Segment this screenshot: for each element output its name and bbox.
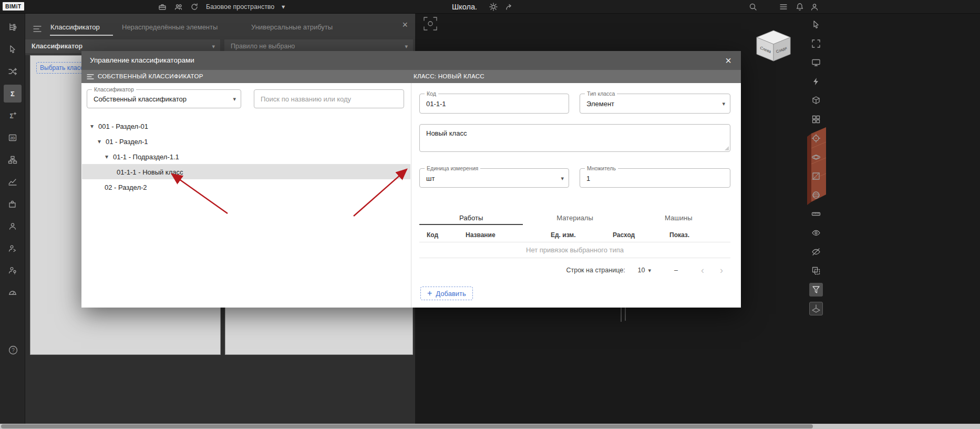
sum-add-icon[interactable]: Σ: [8, 111, 17, 120]
menu-icon[interactable]: [779, 2, 788, 12]
rt-frame-icon[interactable]: [809, 37, 823, 50]
nav-cube[interactable]: Слева Сзади: [755, 29, 792, 63]
class-name-textarea[interactable]: Новый класс: [419, 124, 730, 152]
user-icon[interactable]: [8, 221, 17, 231]
col-header-code: Код: [427, 228, 438, 242]
chevron-down-icon: ▾: [561, 175, 564, 181]
rt-ruler-icon[interactable]: [809, 207, 823, 221]
rt-grid-icon[interactable]: [809, 113, 823, 126]
left-section-header: СОБСТВЕННЫЙ КЛАССИФИКАТОР: [98, 70, 203, 83]
help-icon[interactable]: ?: [8, 345, 18, 355]
rows-per-page-select[interactable]: 10: [638, 267, 645, 274]
empty-state-text: Нет привязок выбранного типа: [419, 242, 730, 258]
rt-eye-off-icon[interactable]: [809, 245, 823, 259]
chevron-down-icon: ▾: [233, 96, 236, 103]
model-lines: [618, 305, 628, 323]
project-title: Школа.: [452, 0, 477, 14]
add-binding-button[interactable]: + Добавить: [420, 287, 473, 300]
user-location-icon[interactable]: [8, 265, 17, 275]
horizontal-scrollbar[interactable]: [0, 424, 980, 429]
active-tab-underline: [50, 35, 113, 36]
app-logo: BIMiT: [3, 2, 24, 11]
rt-clip-plane-icon[interactable]: [809, 302, 823, 315]
classifier-panel-header: Классификатор Нераспределённые элементы …: [25, 14, 415, 55]
svg-text:Σ: Σ: [9, 113, 13, 120]
structure-tree-icon[interactable]: [8, 23, 17, 32]
rt-fit-screen-icon[interactable]: [809, 56, 823, 69]
connections-icon[interactable]: [8, 67, 17, 76]
rt-orbit-icon[interactable]: [809, 150, 823, 164]
svg-text:?: ?: [12, 348, 15, 353]
multiplier-field[interactable]: Множитель 1: [580, 168, 730, 188]
panel-menu-icon[interactable]: [33, 24, 42, 34]
sum-tool-active[interactable]: Σ: [4, 85, 22, 103]
prev-page-icon[interactable]: ‹: [701, 265, 704, 275]
code-field[interactable]: Код 01-1-1: [419, 94, 569, 114]
rt-select-icon[interactable]: [809, 18, 823, 32]
caret-down-icon[interactable]: ▾: [105, 153, 108, 160]
dialog-close-icon[interactable]: ×: [720, 51, 737, 70]
chevron-down-icon[interactable]: ▾: [282, 0, 285, 14]
workspace-selector[interactable]: Базовое пространство: [206, 0, 274, 14]
rt-transparency-icon[interactable]: [809, 264, 823, 278]
view-2d-icon[interactable]: 2D: [8, 133, 17, 142]
tab-materials[interactable]: Материалы: [523, 212, 626, 225]
rt-flash-icon[interactable]: [809, 75, 823, 88]
tab-classifier[interactable]: Классификатор: [50, 23, 100, 31]
col-header-consumption: Расход: [613, 228, 635, 242]
tab-machines[interactable]: Машины: [627, 212, 730, 225]
panel-close-icon[interactable]: ×: [402, 20, 408, 29]
plugins-icon[interactable]: [8, 199, 17, 209]
dialog-titlebar: Управление классификаторами ×: [81, 51, 741, 70]
rt-target-icon[interactable]: [809, 131, 823, 145]
col-header-unit: Ед. изм.: [551, 228, 576, 242]
chevron-down-icon: ▾: [722, 100, 725, 107]
tab-unallocated-elements[interactable]: Нераспределённые элементы: [122, 23, 218, 31]
rt-sphere-icon[interactable]: [809, 188, 823, 202]
rt-box-icon[interactable]: [809, 94, 823, 107]
right-section-header: КЛАСС: НОВЫЙ КЛАСС: [414, 70, 484, 83]
notifications-icon[interactable]: [795, 2, 804, 12]
user-share-icon[interactable]: [8, 243, 17, 253]
share-icon[interactable]: [504, 2, 514, 12]
sync-icon[interactable]: [190, 2, 199, 12]
search-input[interactable]: [254, 90, 404, 108]
dialog-section-headers: СОБСТВЕННЫЙ КЛАССИФИКАТОР КЛАСС: НОВЫЙ К…: [81, 70, 741, 83]
classifier-select[interactable]: Классификатор Собственный классификатор …: [87, 89, 241, 108]
account-icon[interactable]: [810, 2, 819, 12]
pagination: Строк на странице: 10 ▾ – ‹ ›: [419, 262, 730, 278]
viewport-marker-icon[interactable]: [424, 17, 437, 30]
select-classifier-chip[interactable]: Выбрать класси: [36, 62, 84, 74]
resize-grip[interactable]: [725, 146, 729, 150]
select-tool-icon[interactable]: [8, 45, 17, 54]
tree-item-selected[interactable]: 01-1-1 - Новый класс: [82, 164, 410, 179]
class-type-select[interactable]: Тип класса Элемент ▾: [580, 94, 730, 114]
col-header-display: Показ.: [669, 228, 689, 242]
toolbox-icon[interactable]: [158, 2, 167, 12]
caret-down-icon[interactable]: ▾: [90, 122, 94, 130]
rt-eye-icon[interactable]: [809, 226, 823, 240]
next-page-icon[interactable]: ›: [720, 265, 723, 275]
rt-filter-icon[interactable]: [809, 283, 823, 297]
tree-item[interactable]: 02 - Раздел-2: [82, 179, 410, 195]
tab-works[interactable]: Работы: [419, 212, 523, 225]
rt-section-icon[interactable]: [809, 169, 823, 183]
hierarchy-icon[interactable]: [8, 155, 17, 165]
caret-down-icon[interactable]: ▾: [98, 138, 101, 145]
list-menu-icon[interactable]: [86, 73, 95, 81]
chart-icon[interactable]: [8, 177, 17, 187]
gauge-icon[interactable]: [8, 288, 17, 297]
tree-item[interactable]: ▾ 001 - Раздел-01: [82, 118, 410, 134]
tree-item[interactable]: ▾ 01-1 - Подраздел-1.1: [82, 149, 410, 164]
tab-universal-attributes[interactable]: Универсальные атрибуты: [251, 23, 333, 31]
scrollbar-thumb[interactable]: [1, 424, 813, 428]
settings-gear-icon[interactable]: [489, 2, 498, 12]
search-icon[interactable]: [748, 2, 758, 12]
chevron-down-icon[interactable]: ▾: [648, 267, 652, 274]
tree-item[interactable]: ▾ 01 - Раздел-1: [82, 134, 410, 149]
unit-select[interactable]: Единица измерения шт ▾: [419, 168, 569, 188]
svg-text:2D: 2D: [10, 136, 15, 140]
team-icon[interactable]: [174, 2, 183, 12]
bindings-tabs: Работы Материалы Машины: [419, 212, 730, 225]
rows-per-page-label: Строк на странице:: [566, 267, 625, 274]
